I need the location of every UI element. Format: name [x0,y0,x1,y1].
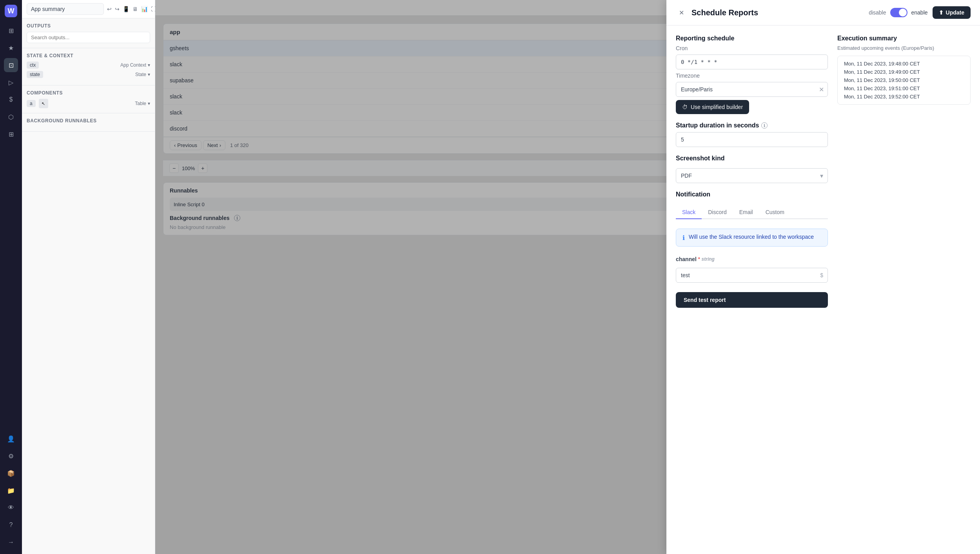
timezone-clear-icon[interactable]: ✕ [819,86,824,93]
modal-left: Reporting schedule Cron Timezone ✕ [676,35,828,545]
execution-summary-title: Execution summary [837,35,971,42]
startup-duration-label: Startup duration in seconds ℹ [676,122,828,129]
reporting-schedule-label: Reporting schedule [676,35,828,42]
state-row: state State ▾ [27,71,150,78]
chevron-down-icon: ▾ [148,72,150,77]
app-logo[interactable]: W [5,5,17,17]
modal-title: Schedule Reports [691,8,864,17]
nav-folders-icon[interactable]: 📁 [4,483,18,498]
nav-home-icon[interactable]: ⊞ [4,24,18,38]
redo-button[interactable]: ↪ [115,4,120,15]
outputs-section: Outputs [22,18,155,48]
send-test-button[interactable]: Send test report [676,292,828,308]
channel-section: channel * string $ [676,256,828,283]
notification-label: Notification [676,191,828,198]
clock-icon: ⏱ [682,104,688,110]
startup-duration-section: Startup duration in seconds ℹ [676,122,828,147]
screenshot-kind-select[interactable]: PDF PNG JPEG [676,168,828,183]
channel-input[interactable] [676,268,828,283]
state-context-section: State & Context ctx App Context ▾ state … [22,48,155,85]
components-section: Components a ↖ Table ▾ [22,85,155,113]
channel-type: string [702,256,715,262]
nav-settings-icon[interactable]: ⚙ [4,449,18,463]
search-outputs-input[interactable] [27,32,150,43]
desktop-view-button[interactable]: 🖥 [132,4,138,15]
modal-header: ✕ Schedule Reports disable enable ⬆ Upda… [666,0,980,25]
tab-custom[interactable]: Custom [759,206,791,219]
timezone-input-wrap: ✕ [676,82,828,97]
nav-play-icon[interactable]: ▷ [4,75,18,89]
cron-input[interactable] [676,54,828,69]
enable-toggle[interactable] [890,8,907,17]
left-nav: W ⊞ ★ ⊡ ▷ $ ⬡ ⊞ 👤 ⚙ 📦 📁 👁 ? → [0,0,22,554]
mobile-view-button[interactable]: 📱 [123,4,129,15]
nav-star-icon[interactable]: ★ [4,41,18,55]
nav-dollar-icon[interactable]: $ [4,93,18,107]
channel-required: * [698,256,700,262]
channel-dollar-icon: $ [820,272,823,278]
tab-slack[interactable]: Slack [676,206,702,219]
update-button[interactable]: ⬆ Update [933,6,971,19]
table-select[interactable]: Table ▾ [135,101,150,106]
modal-right: Execution summary Estimated upcoming eve… [837,35,971,545]
channel-label: channel * string [676,256,828,262]
tab-discord[interactable]: Discord [702,206,733,219]
enable-toggle-row: disable enable [869,8,927,17]
nav-help-icon[interactable]: ? [4,518,18,532]
screenshot-select-wrap: PDF PNG JPEG ▾ [676,168,828,183]
comp-cursor-icon[interactable]: ↖ [39,99,48,108]
comp-a-badge: a [27,100,36,107]
startup-info-icon[interactable]: ℹ [761,122,768,129]
chart-view-button[interactable]: 📊 [141,4,148,15]
nav-integrations-icon[interactable]: ⬡ [4,110,18,124]
event-item: Mon, 11 Dec 2023, 19:52:00 CET [844,94,964,100]
editor-panel: App summary ↩ ↪ 📱 🖥 📊 ⛶ Outputs State & … [22,0,155,554]
components-row: a ↖ Table ▾ [27,99,150,108]
timezone-input[interactable] [676,82,828,97]
modal-body: Reporting schedule Cron Timezone ✕ [666,25,980,554]
event-item: Mon, 11 Dec 2023, 19:51:00 CET [844,85,964,91]
execution-events-box: Mon, 11 Dec 2023, 19:48:00 CET Mon, 11 D… [837,56,971,105]
slack-info-text: Will use the Slack resource linked to th… [689,234,814,240]
outputs-label: Outputs [27,23,150,29]
notification-section: Notification Slack Discord Email Custom … [676,191,828,308]
bg-runnables-label: Background runnables [27,118,150,124]
editor-topbar: App summary ↩ ↪ 📱 🖥 📊 ⛶ [22,0,155,18]
cron-label: Cron [676,45,828,51]
nav-account-icon[interactable]: 👤 [4,432,18,446]
modal-overlay: ✕ Schedule Reports disable enable ⬆ Upda… [155,0,980,554]
ctx-badge: ctx [27,62,39,69]
state-badge: state [27,71,43,78]
update-icon: ⬆ [939,9,944,16]
timezone-section: Timezone ✕ [676,73,828,97]
app-context-select[interactable]: App Context ▾ [120,62,150,68]
app-title-input[interactable]: App summary [27,3,104,15]
event-item: Mon, 11 Dec 2023, 19:50:00 CET [844,77,964,83]
modal-close-button[interactable]: ✕ [676,7,687,18]
tab-email[interactable]: Email [733,206,759,219]
enable-label: enable [911,9,928,16]
timezone-label: Timezone [676,73,828,79]
nav-apps-icon[interactable]: ⊡ [4,58,18,72]
nav-preview-icon[interactable]: 👁 [4,501,18,515]
nav-arrow-icon[interactable]: → [4,535,18,549]
channel-input-wrap: $ [676,268,828,283]
simplified-builder-button[interactable]: ⏱ Use simplified builder [676,100,749,114]
screenshot-kind-label: Screenshot kind [676,155,828,162]
cron-section: Cron [676,45,828,69]
state-context-label: State & Context [27,53,150,58]
chevron-down-icon: ▾ [148,101,150,106]
startup-duration-input[interactable] [676,132,828,147]
chevron-down-icon: ▾ [148,62,150,68]
notification-tabs: Slack Discord Email Custom [676,206,828,219]
event-item: Mon, 11 Dec 2023, 19:48:00 CET [844,61,964,67]
ctx-row: ctx App Context ▾ [27,62,150,69]
nav-packages-icon[interactable]: 📦 [4,466,18,480]
components-label: Components [27,90,150,96]
screenshot-kind-section: Screenshot kind PDF PNG JPEG ▾ [676,155,828,183]
undo-button[interactable]: ↩ [107,4,112,15]
state-select[interactable]: State ▾ [135,72,150,77]
canvas-area: 🔄 1 once ▾ app gsheets slack supabase sl… [155,0,980,554]
event-item: Mon, 11 Dec 2023, 19:49:00 CET [844,69,964,75]
nav-grid-icon[interactable]: ⊞ [4,127,18,141]
